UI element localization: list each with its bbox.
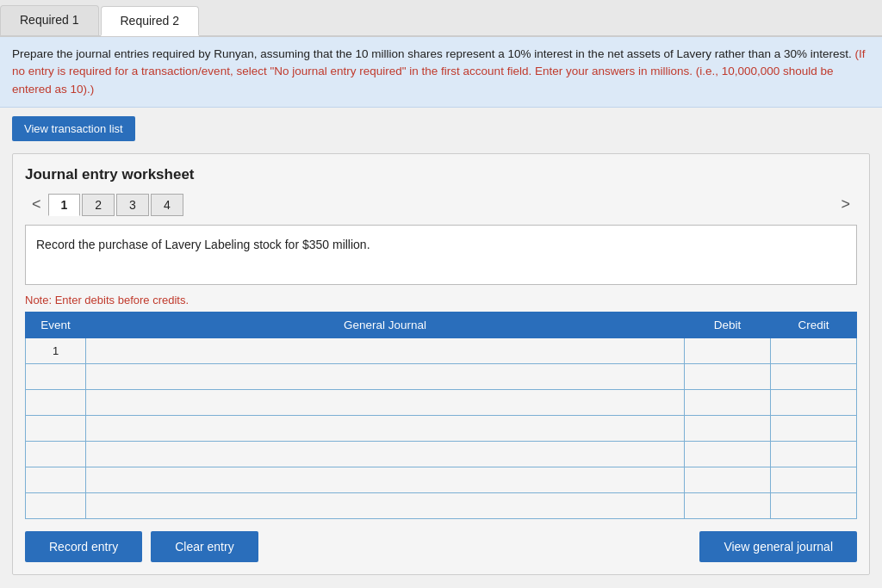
col-header-credit: Credit — [771, 312, 857, 337]
tab-required1[interactable]: Required 1 — [0, 5, 99, 35]
credit-input[interactable] — [771, 338, 856, 363]
journal-input[interactable] — [86, 338, 684, 363]
event-cell — [26, 441, 86, 467]
credit-cell[interactable] — [771, 441, 857, 467]
instruction-main-text: Prepare the journal entries required by … — [12, 47, 852, 60]
record-entry-button[interactable]: Record entry — [25, 531, 142, 562]
note-text: Note: Enter debits before credits. — [25, 294, 857, 306]
credit-input[interactable] — [771, 467, 856, 492]
journal-cell[interactable] — [86, 467, 685, 492]
table-row — [26, 415, 857, 441]
journal-cell[interactable] — [86, 441, 685, 467]
col-header-debit: Debit — [685, 312, 771, 337]
debit-input[interactable] — [685, 364, 770, 389]
credit-cell[interactable] — [771, 363, 857, 389]
journal-input[interactable] — [86, 493, 684, 518]
debit-input[interactable] — [685, 390, 770, 415]
table-row — [26, 492, 857, 518]
description-box: Record the purchase of Lavery Labeling s… — [25, 225, 857, 285]
debit-cell[interactable] — [685, 389, 771, 415]
bottom-buttons: Record entry Clear entry View general jo… — [25, 531, 857, 574]
event-cell — [26, 492, 86, 518]
journal-input[interactable] — [86, 416, 684, 441]
worksheet-card: Journal entry worksheet < 1 2 3 4 > Reco… — [12, 153, 870, 575]
view-journal-button[interactable]: View general journal — [699, 531, 857, 562]
credit-input[interactable] — [771, 390, 856, 415]
table-row — [26, 389, 857, 415]
table-row — [26, 363, 857, 389]
debit-cell[interactable] — [685, 492, 771, 518]
col-header-journal: General Journal — [86, 312, 685, 337]
credit-cell[interactable] — [771, 415, 857, 441]
debit-input[interactable] — [685, 493, 770, 518]
credit-input[interactable] — [771, 364, 856, 389]
table-row: 1 — [26, 337, 857, 363]
nav-page-4[interactable]: 4 — [151, 194, 183, 216]
credit-cell[interactable] — [771, 467, 857, 492]
worksheet-title: Journal entry worksheet — [25, 166, 857, 183]
journal-input[interactable] — [86, 390, 684, 415]
journal-input[interactable] — [86, 467, 684, 492]
event-cell — [26, 415, 86, 441]
col-header-event: Event — [26, 312, 86, 337]
credit-input[interactable] — [771, 442, 856, 467]
table-row — [26, 467, 857, 492]
entry-navigator: < 1 2 3 4 > — [25, 194, 857, 216]
journal-cell[interactable] — [86, 337, 685, 363]
debit-cell[interactable] — [685, 363, 771, 389]
table-row — [26, 441, 857, 467]
debit-cell[interactable] — [685, 337, 771, 363]
credit-input[interactable] — [771, 493, 856, 518]
event-cell — [26, 363, 86, 389]
nav-page-1[interactable]: 1 — [48, 194, 81, 216]
debit-input[interactable] — [685, 442, 770, 467]
credit-cell[interactable] — [771, 492, 857, 518]
debit-input[interactable] — [685, 467, 770, 492]
journal-input[interactable] — [86, 364, 684, 389]
journal-cell[interactable] — [86, 492, 685, 518]
debit-cell[interactable] — [685, 415, 771, 441]
event-cell — [26, 389, 86, 415]
debit-input[interactable] — [685, 338, 770, 363]
nav-left-arrow[interactable]: < — [25, 194, 48, 215]
clear-entry-button[interactable]: Clear entry — [151, 531, 258, 562]
journal-cell[interactable] — [86, 389, 685, 415]
tabs-container: Required 1 Required 2 — [0, 0, 882, 37]
instruction-box: Prepare the journal entries required by … — [0, 37, 882, 108]
journal-table: Event General Journal Debit Credit 1 — [25, 312, 857, 519]
tab-required2[interactable]: Required 2 — [101, 6, 200, 36]
debit-cell[interactable] — [685, 467, 771, 492]
event-cell: 1 — [26, 337, 86, 363]
journal-input[interactable] — [86, 442, 684, 467]
nav-page-2[interactable]: 2 — [82, 194, 115, 216]
description-text: Record the purchase of Lavery Labeling s… — [36, 238, 370, 251]
debit-cell[interactable] — [685, 441, 771, 467]
credit-cell[interactable] — [771, 389, 857, 415]
credit-cell[interactable] — [771, 337, 857, 363]
event-cell — [26, 467, 86, 492]
nav-page-3[interactable]: 3 — [116, 194, 149, 216]
debit-input[interactable] — [685, 416, 770, 441]
view-transaction-button[interactable]: View transaction list — [12, 116, 135, 141]
journal-cell[interactable] — [86, 415, 685, 441]
credit-input[interactable] — [771, 416, 856, 441]
journal-cell[interactable] — [86, 363, 685, 389]
nav-right-arrow[interactable]: > — [834, 194, 857, 215]
